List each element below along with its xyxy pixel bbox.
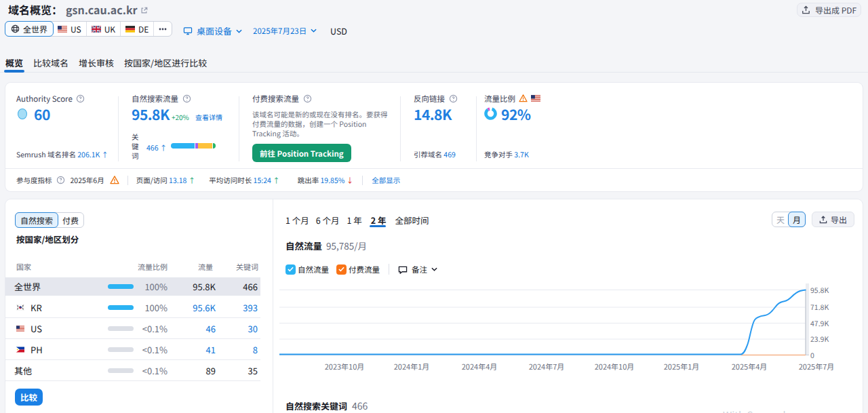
svg-text:2024年1月: 2024年1月 bbox=[394, 361, 430, 372]
svg-text:2025年1月: 2025年1月 bbox=[664, 361, 700, 372]
svg-text:71.8K: 71.8K bbox=[810, 302, 829, 312]
svg-text:47.9K: 47.9K bbox=[810, 318, 829, 328]
svg-text:2024年10月: 2024年10月 bbox=[595, 361, 635, 372]
svg-text:2024年4月: 2024年4月 bbox=[462, 361, 498, 372]
svg-text:2025年7月: 2025年7月 bbox=[799, 361, 835, 372]
svg-text:2024年7月: 2024年7月 bbox=[529, 361, 565, 372]
svg-text:95.8K: 95.8K bbox=[810, 285, 829, 295]
svg-text:2023年10月: 2023年10月 bbox=[325, 361, 365, 372]
svg-text:0: 0 bbox=[810, 350, 814, 360]
svg-text:23.9K: 23.9K bbox=[810, 334, 829, 344]
svg-text:2025年4月: 2025年4月 bbox=[732, 361, 768, 372]
